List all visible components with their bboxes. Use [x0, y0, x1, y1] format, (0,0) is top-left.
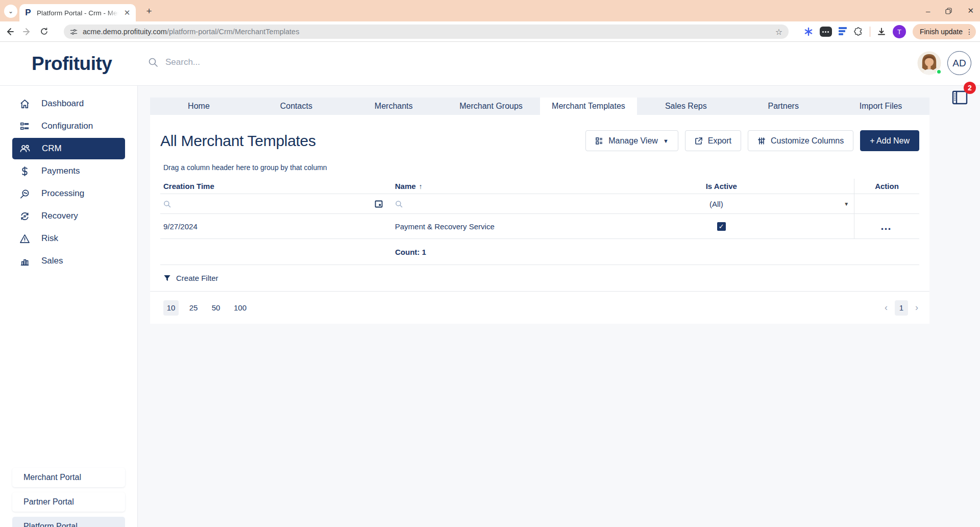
column-header-action: Action: [854, 182, 919, 190]
page-size-10[interactable]: 10: [163, 300, 179, 316]
column-header-name[interactable]: Name ↑: [390, 182, 589, 190]
export-icon: [695, 137, 703, 145]
manage-view-button[interactable]: Manage View ▼: [585, 130, 678, 151]
tab-partners[interactable]: Partners: [734, 98, 832, 115]
window-restore-button[interactable]: [945, 8, 952, 14]
partner-portal-button[interactable]: Partner Portal: [12, 492, 125, 512]
site-favicon: P: [23, 8, 33, 17]
row-actions-menu-icon[interactable]: …: [880, 224, 894, 229]
tab-merchant-templates[interactable]: Merchant Templates: [540, 98, 638, 115]
tab-merchants[interactable]: Merchants: [345, 98, 443, 115]
next-page-icon[interactable]: ›: [915, 302, 918, 313]
finish-update-button[interactable]: Finish update ⋮: [913, 24, 976, 39]
new-tab-button[interactable]: +: [143, 5, 155, 17]
main-card: Home Contacts Merchants Merchant Groups …: [150, 98, 929, 324]
pager: 10 25 50 100 ‹ 1 ›: [150, 292, 929, 324]
sidebar-item-dashboard[interactable]: Dashboard: [12, 93, 125, 114]
window-close-button[interactable]: ✕: [967, 6, 974, 15]
window-minimize-button[interactable]: –: [926, 7, 930, 15]
tab-home[interactable]: Home: [150, 98, 248, 115]
tab-contacts[interactable]: Contacts: [248, 98, 345, 115]
tab-merchant-groups[interactable]: Merchant Groups: [443, 98, 540, 115]
avatar[interactable]: [917, 51, 941, 75]
download-icon[interactable]: [877, 27, 886, 36]
sort-ascending-icon: ↑: [419, 182, 423, 190]
people-icon: [19, 143, 31, 154]
page-size-100[interactable]: 100: [231, 300, 250, 316]
count-label: Count: 1: [395, 248, 426, 256]
tab-search-chevron-icon[interactable]: ⌄: [4, 5, 17, 18]
puzzle-extension-icon[interactable]: [853, 27, 863, 37]
url-text: acme.demo.profituity.com/platform-portal…: [83, 28, 770, 36]
app-logo[interactable]: Profituity: [32, 53, 112, 75]
table-row[interactable]: 9/27/2024 Payment & Recovery Service ✓ …: [160, 214, 919, 239]
back-icon[interactable]: [5, 27, 22, 36]
merchant-portal-button[interactable]: Merchant Portal: [12, 468, 125, 487]
current-page[interactable]: 1: [895, 300, 908, 316]
column-header-creation-time[interactable]: Creation Time: [160, 182, 390, 190]
dollar-icon: [19, 166, 30, 177]
tune-icon[interactable]: [70, 28, 78, 36]
sidebar: Dashboard Configuration CRM Payments Pro…: [0, 86, 138, 527]
filter-name[interactable]: [390, 200, 589, 208]
bookmark-star-icon[interactable]: ☆: [775, 27, 782, 37]
bars-extension-icon[interactable]: [839, 27, 847, 36]
page-size-25[interactable]: 25: [186, 300, 201, 316]
user-initials-badge[interactable]: AD: [947, 51, 971, 75]
page-size-50[interactable]: 50: [208, 300, 224, 316]
bar-chart-icon: [19, 256, 30, 267]
recycle-icon: [19, 211, 30, 222]
calendar-icon[interactable]: [375, 200, 383, 208]
merchant-templates-grid: Creation Time Name ↑ Is Active Action: [160, 179, 919, 265]
add-new-button[interactable]: + Add New: [860, 130, 919, 151]
summary-row: Count: 1: [160, 239, 919, 265]
grid-filter-row: (All) ▼: [160, 194, 919, 214]
browser-frame: ⌄ P Platform Portal - Crm - Merchan ✕ + …: [0, 0, 980, 21]
customize-columns-button[interactable]: Customize Columns: [748, 130, 853, 151]
search-gear-icon: [19, 188, 30, 199]
browser-profile-badge[interactable]: T: [893, 25, 906, 38]
reload-icon[interactable]: [40, 27, 57, 36]
sidebar-item-processing[interactable]: Processing: [12, 183, 125, 204]
sidebar-item-sales[interactable]: Sales: [12, 250, 125, 272]
sidebar-item-payments[interactable]: Payments: [12, 160, 125, 182]
prev-page-icon[interactable]: ‹: [885, 302, 888, 313]
side-panel-toggle[interactable]: 2: [950, 88, 975, 111]
is-active-checkbox[interactable]: ✓: [717, 222, 726, 231]
customize-columns-icon: [757, 137, 766, 145]
tab-import-files[interactable]: Import Files: [832, 98, 929, 115]
filter-creation-time[interactable]: [160, 200, 390, 208]
forward-icon[interactable]: [22, 27, 40, 36]
online-status-dot: [936, 69, 942, 75]
platform-portal-button[interactable]: Platform Portal: [12, 517, 125, 527]
page-title: All Merchant Templates: [160, 132, 316, 150]
page-tab-bar: Home Contacts Merchants Merchant Groups …: [150, 98, 929, 115]
sidebar-item-risk[interactable]: Risk: [12, 228, 125, 249]
column-header-is-active[interactable]: Is Active: [589, 182, 854, 190]
tab-sales-reps[interactable]: Sales Reps: [637, 98, 734, 115]
search-placeholder: Search...: [165, 57, 200, 67]
global-search[interactable]: Search...: [148, 57, 200, 67]
tab-close-icon[interactable]: ✕: [122, 8, 132, 17]
asterisk-extension-icon[interactable]: [804, 27, 813, 36]
browser-toolbar: acme.demo.profituity.com/platform-portal…: [0, 21, 980, 42]
export-button[interactable]: Export: [685, 130, 741, 151]
cell-name: Payment & Recovery Service: [390, 222, 589, 231]
cell-creation-time: 9/27/2024: [160, 222, 390, 231]
kebab-menu-icon[interactable]: ⋮: [966, 28, 973, 36]
app-header: Profituity Search... AD: [0, 42, 980, 86]
create-filter-button[interactable]: Create Filter: [150, 265, 929, 292]
search-icon: [395, 200, 403, 208]
filter-is-active-dropdown[interactable]: (All) ▼: [589, 200, 854, 208]
sidebar-item-crm[interactable]: CRM: [12, 138, 125, 159]
search-icon: [163, 200, 171, 208]
url-bar[interactable]: acme.demo.profituity.com/platform-portal…: [64, 25, 789, 39]
manage-view-icon: [595, 137, 603, 145]
sidebar-item-configuration[interactable]: Configuration: [12, 115, 125, 137]
browser-tab[interactable]: P Platform Portal - Crm - Merchan ✕: [19, 4, 136, 21]
chat-extension-icon[interactable]: [820, 27, 832, 37]
group-panel-hint: Drag a column header here to group by th…: [150, 151, 929, 179]
dropdown-caret-icon: ▼: [844, 201, 854, 207]
configuration-icon: [19, 121, 30, 132]
sidebar-item-recovery[interactable]: Recovery: [12, 205, 125, 227]
